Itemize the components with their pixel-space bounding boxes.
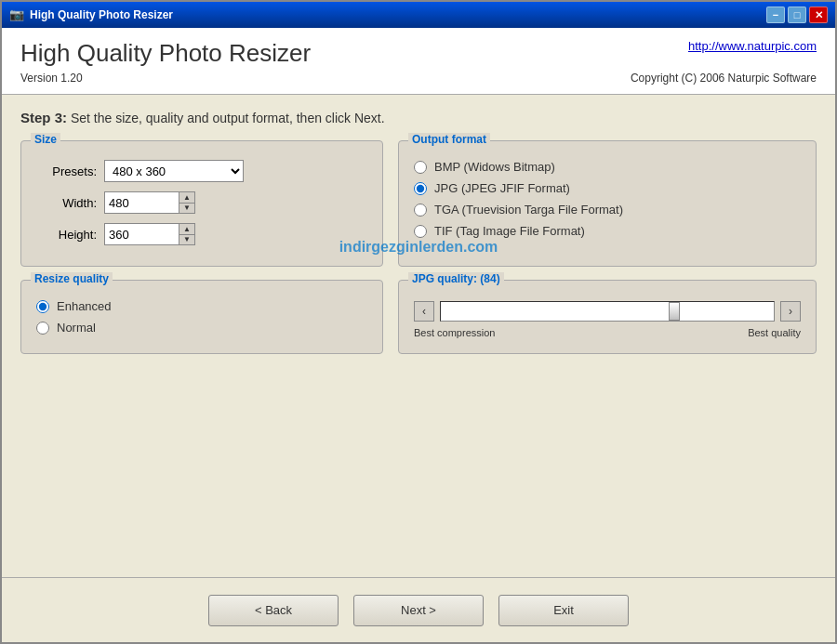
slider-left-button[interactable]: ‹ (414, 301, 434, 322)
resize-quality-title: Resize quality (31, 272, 113, 285)
output-tif-label: TIF (Tag Image File Format) (434, 224, 585, 238)
width-spin-buttons: ▲ ▼ (179, 191, 195, 214)
output-format-title: Output format (408, 133, 490, 146)
slider-track[interactable] (440, 301, 775, 322)
app-icon: 📷 (9, 7, 24, 22)
height-label: Height: (36, 228, 97, 242)
height-input-container: ▲ ▼ (104, 223, 195, 245)
version-text: Version 1.20 (20, 72, 83, 85)
output-tga-label: TGA (Truevision Targa File Format) (434, 203, 623, 217)
output-tif-radio[interactable] (414, 225, 427, 238)
output-jpg-row: JPG (JPEG JFIF Format) (414, 181, 801, 195)
top-panels-row: Size Presets: 480 x 360 Width: ▲ (20, 140, 817, 267)
width-input[interactable] (104, 191, 179, 214)
copyright-text: Copyright (C) 2006 Naturpic Software (631, 72, 817, 85)
slider-max-label: Best quality (748, 327, 801, 338)
width-row: Width: ▲ ▼ (36, 191, 367, 214)
titlebar-buttons: − □ ✕ (766, 7, 828, 23)
quality-enhanced-label: Enhanced (57, 299, 112, 313)
footer: < Back Next > Exit (2, 577, 835, 642)
panels-wrapper: indirgezginlerden.com Size Presets: 480 … (20, 140, 817, 354)
minimize-button[interactable]: − (766, 7, 785, 23)
app-header: High Quality Photo Resizer http://www.na… (2, 28, 835, 95)
output-format-panel: Output format BMP (Widows Bitmap) JPG (J… (398, 140, 817, 267)
slider-right-button[interactable]: › (780, 301, 801, 322)
slider-thumb[interactable] (669, 302, 680, 321)
output-bmp-row: BMP (Widows Bitmap) (414, 160, 801, 174)
titlebar: 📷 High Quality Photo Resizer − □ ✕ (2, 2, 835, 28)
width-spin-up[interactable]: ▲ (179, 191, 195, 203)
resize-quality-panel: Resize quality Enhanced Normal (20, 280, 383, 354)
height-spin-down[interactable]: ▼ (179, 234, 195, 246)
next-button[interactable]: Next > (353, 595, 484, 626)
output-jpg-label: JPG (JPEG JFIF Format) (434, 181, 570, 195)
output-tga-radio[interactable] (414, 204, 427, 217)
quality-normal-radio[interactable] (36, 322, 49, 335)
jpg-quality-title: JPG quality: (84) (408, 272, 504, 285)
titlebar-title: High Quality Photo Resizer (30, 8, 766, 21)
quality-normal-row: Normal (36, 321, 367, 335)
website-link[interactable]: http://www.naturpic.com (688, 39, 817, 53)
close-button[interactable]: ✕ (809, 7, 828, 23)
height-spin-buttons: ▲ ▼ (179, 223, 195, 245)
output-bmp-radio[interactable] (414, 161, 427, 174)
step-label: Step 3: (20, 110, 67, 125)
quality-enhanced-row: Enhanced (36, 299, 367, 313)
size-panel-title: Size (31, 133, 60, 146)
slider-min-label: Best compression (414, 327, 495, 338)
output-jpg-radio[interactable] (414, 182, 427, 195)
output-bmp-label: BMP (Widows Bitmap) (434, 160, 555, 174)
width-input-container: ▲ ▼ (104, 191, 195, 214)
jpg-quality-panel: JPG quality: (84) ‹ › Best compression B… (398, 280, 817, 354)
presets-label: Presets: (36, 164, 97, 178)
main-window: 📷 High Quality Photo Resizer − □ ✕ High … (0, 0, 837, 644)
bottom-panels-row: Resize quality Enhanced Normal JPG quali… (20, 280, 817, 354)
height-row: Height: ▲ ▼ (36, 223, 367, 245)
height-input[interactable] (104, 223, 179, 245)
exit-button[interactable]: Exit (498, 595, 629, 626)
output-tga-row: TGA (Truevision Targa File Format) (414, 203, 801, 217)
app-title-text: High Quality Photo Resizer (20, 39, 311, 68)
main-content: Step 3: Set the size, quality and output… (2, 95, 835, 577)
slider-labels: Best compression Best quality (414, 327, 801, 338)
step-description: Set the size, quality and output format,… (71, 111, 385, 125)
step-header: Step 3: Set the size, quality and output… (20, 110, 817, 125)
presets-row: Presets: 480 x 360 (36, 160, 367, 182)
size-panel: Size Presets: 480 x 360 Width: ▲ (20, 140, 383, 267)
output-tif-row: TIF (Tag Image File Format) (414, 224, 801, 238)
width-label: Width: (36, 196, 97, 210)
maximize-button[interactable]: □ (788, 7, 806, 23)
quality-enhanced-radio[interactable] (36, 300, 49, 313)
slider-container: ‹ › (414, 301, 801, 322)
back-button[interactable]: < Back (208, 595, 339, 626)
quality-normal-label: Normal (57, 321, 96, 335)
height-spin-up[interactable]: ▲ (179, 223, 195, 234)
width-spin-down[interactable]: ▼ (179, 203, 195, 215)
presets-select[interactable]: 480 x 360 (104, 160, 244, 182)
